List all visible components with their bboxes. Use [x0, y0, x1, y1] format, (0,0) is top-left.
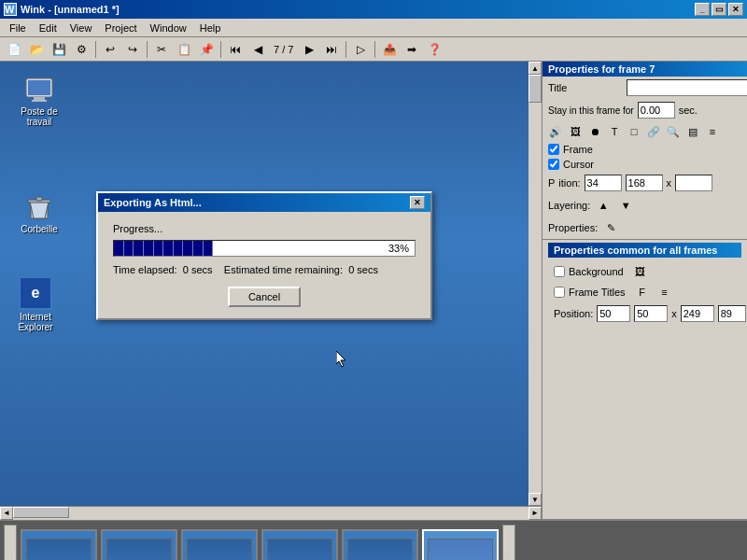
dialog-close-button[interactable]: ✕: [410, 196, 425, 209]
frame-titles-checkbox[interactable]: [554, 287, 565, 298]
film-frame-7[interactable]: 7: [422, 529, 499, 560]
scroll-left-button[interactable]: ◄: [0, 507, 13, 520]
image-icon[interactable]: 🖼: [566, 123, 585, 140]
time-elapsed-value: 0 secs: [183, 264, 213, 275]
layer-down-button[interactable]: ▼: [616, 197, 635, 214]
film-frame-inner-5: [267, 539, 332, 560]
common-pos-y[interactable]: [634, 305, 668, 322]
undo-button[interactable]: ↩: [100, 40, 120, 59]
cancel-button[interactable]: Cancel: [228, 287, 301, 307]
cursor-label: Cursor: [563, 159, 594, 170]
copy-button[interactable]: 📋: [174, 40, 194, 59]
menu-view[interactable]: View: [64, 21, 98, 35]
scroll-thumb[interactable]: [529, 75, 542, 103]
text-icon[interactable]: T: [605, 123, 624, 140]
sound-icon[interactable]: 🔊: [546, 123, 565, 140]
common-pos-h[interactable]: [718, 305, 746, 322]
common-props-section: Properties common for all frames Backgro…: [543, 239, 747, 328]
film-frame-5[interactable]: 5: [261, 529, 338, 560]
prev-first-button[interactable]: ⏮: [225, 40, 246, 59]
film-frame-inner-2: [26, 539, 92, 560]
props-panel-title: Properties for frame 7: [543, 62, 747, 77]
menu-help[interactable]: Help: [194, 21, 227, 35]
separator-4: [345, 41, 346, 58]
vertical-scrollbar[interactable]: ▲ ▼: [529, 62, 542, 506]
link-icon[interactable]: 🔗: [644, 123, 663, 140]
pos-w-input[interactable]: [675, 175, 712, 191]
common-pos-x-label: x: [671, 308, 677, 319]
frame-checkbox[interactable]: [548, 144, 559, 155]
properties-edit-button[interactable]: ✎: [601, 219, 620, 236]
zoom-icon[interactable]: 🔍: [664, 123, 683, 140]
pos-x-input[interactable]: [585, 175, 622, 191]
input-icon[interactable]: ▤: [684, 123, 702, 140]
button-icon[interactable]: □: [625, 123, 643, 140]
main-area: Poste de travail Corbeille: [0, 62, 747, 519]
help-button[interactable]: ❓: [424, 40, 444, 59]
restore-button[interactable]: ▭: [712, 3, 726, 16]
record-icon[interactable]: ⏺: [585, 123, 604, 140]
title-bar: W Wink - [unnamed1 *] _ ▭ ✕: [0, 0, 747, 19]
scroll-up-button[interactable]: ▲: [529, 62, 542, 75]
h-scroll-track[interactable]: [13, 507, 529, 520]
frame-titles-font-button[interactable]: F: [633, 284, 652, 301]
dialog-buttons: Cancel: [113, 287, 416, 307]
filmstrip-scroll-left[interactable]: ◄: [4, 525, 17, 560]
save-button[interactable]: 💾: [49, 40, 69, 59]
filmstrip-scroll-right[interactable]: ►: [502, 525, 515, 560]
new-button[interactable]: 📄: [4, 40, 24, 59]
h-scroll-thumb[interactable]: [13, 507, 69, 518]
settings-button[interactable]: ⚙: [71, 40, 92, 59]
stay-input[interactable]: 0.00: [638, 102, 675, 119]
film-frame-3[interactable]: 3: [101, 529, 177, 560]
menu-window[interactable]: Window: [145, 21, 192, 35]
time-elapsed-label: Time elapsed:: [113, 264, 177, 275]
menu-edit[interactable]: Edit: [34, 21, 63, 35]
position-row: P ition: x: [543, 172, 747, 194]
title-bar-buttons: _ ▭ ✕: [695, 3, 743, 16]
film-frame-4[interactable]: 4: [181, 529, 258, 560]
list-icon[interactable]: ≡: [703, 123, 722, 140]
title-row: Title: [543, 77, 747, 99]
layering-label: Layering:: [548, 200, 590, 211]
redo-button[interactable]: ↪: [122, 40, 143, 59]
horizontal-scrollbar[interactable]: ◄ ►: [0, 506, 542, 519]
separator-1: [95, 41, 96, 58]
arrow-button[interactable]: ➡: [402, 40, 422, 59]
next-last-button[interactable]: ⏭: [321, 40, 342, 59]
common-pos-w[interactable]: [681, 305, 714, 322]
separator-3: [220, 41, 221, 58]
close-button[interactable]: ✕: [728, 3, 743, 16]
background-image-button[interactable]: 🖼: [631, 263, 650, 280]
film-frame-6[interactable]: 6: [342, 529, 418, 560]
common-pos-x[interactable]: [597, 305, 630, 322]
frame-titles-align-button[interactable]: ≡: [655, 284, 674, 301]
background-row: Background 🖼: [548, 261, 741, 282]
menu-file[interactable]: File: [4, 21, 32, 35]
menu-project[interactable]: Project: [99, 21, 142, 35]
open-button[interactable]: 📂: [26, 40, 47, 59]
background-checkbox[interactable]: [554, 266, 565, 277]
next-button[interactable]: ▶: [299, 40, 319, 59]
title-input[interactable]: [627, 79, 747, 96]
scroll-right-button[interactable]: ►: [529, 507, 542, 520]
dialog-body: Progress...: [98, 212, 430, 318]
pos-y-input[interactable]: [626, 175, 663, 191]
layer-up-button[interactable]: ▲: [594, 197, 613, 214]
paste-button[interactable]: 📌: [196, 40, 217, 59]
common-props-title: Properties common for all frames: [548, 243, 741, 258]
separator-5: [374, 41, 375, 58]
minimize-button[interactable]: _: [695, 3, 710, 16]
prev-button[interactable]: ◀: [247, 40, 268, 59]
time-info: Time elapsed: 0 secs Estimated time rema…: [113, 264, 416, 275]
preview-button[interactable]: ▷: [350, 40, 371, 59]
film-frame-inner-7: [428, 539, 493, 560]
scroll-track[interactable]: [529, 75, 542, 493]
scroll-down-button[interactable]: ▼: [529, 493, 542, 506]
cursor-checkbox[interactable]: [548, 159, 559, 170]
est-remaining-value: 0 secs: [348, 264, 378, 275]
film-frame-inner-6: [347, 539, 413, 560]
film-frame-2[interactable]: 2: [21, 529, 97, 560]
cut-button[interactable]: ✂: [151, 40, 172, 59]
export-button[interactable]: 📤: [379, 40, 400, 59]
